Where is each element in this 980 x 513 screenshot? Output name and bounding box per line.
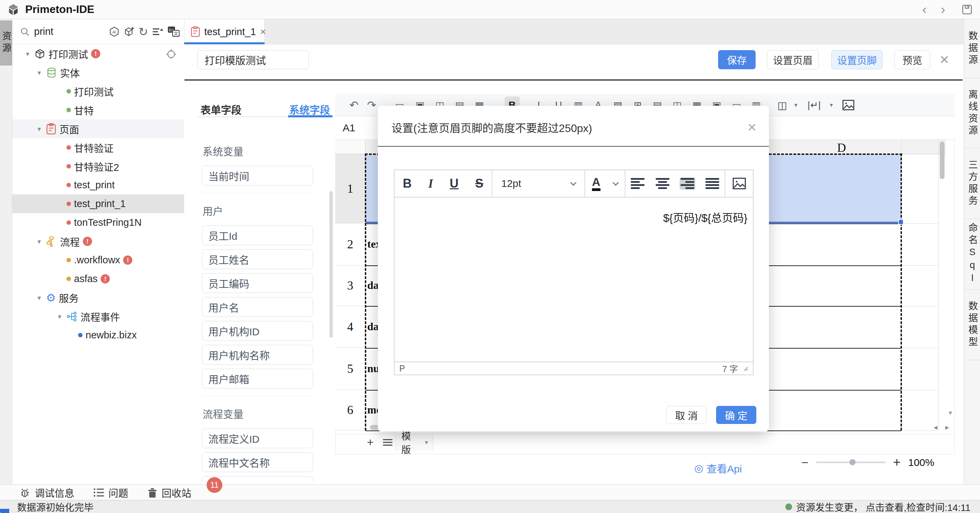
scroll-down-icon[interactable]: ▾ [949, 409, 952, 417]
tree-item-newbiz-bizx[interactable]: newbiz.bizx [12, 326, 184, 344]
tree-caret-icon[interactable]: ▾ [35, 125, 43, 133]
align-center-icon[interactable] [655, 177, 670, 190]
nav-forward-icon[interactable]: › [941, 3, 945, 16]
ai-icon[interactable]: AI [108, 26, 120, 38]
recycle-bin-button[interactable]: 回收站 [147, 485, 191, 500]
insert-image-button[interactable] [725, 170, 753, 197]
align-left-icon[interactable] [630, 177, 646, 190]
grid-corner[interactable] [335, 140, 366, 154]
tree-caret-icon[interactable]: ▾ [24, 50, 31, 58]
tree-item-页面[interactable]: ▾页面 [12, 119, 184, 138]
zoom-slider-knob[interactable] [850, 459, 856, 465]
right-rail-tab-4[interactable]: 数据模型 [964, 290, 980, 360]
align-justify-icon[interactable] [705, 177, 720, 190]
tree-item-打印测试[interactable]: 打印测试 [12, 82, 184, 100]
redo-icon[interactable]: ↷ [364, 94, 379, 116]
tree-item--workflowx[interactable]: .workflowx! [12, 251, 184, 269]
preview-button[interactable]: 预览 [894, 50, 930, 69]
tree-item-打印测试[interactable]: ▾打印测试! [12, 45, 184, 63]
zoom-slider[interactable] [816, 462, 886, 463]
translate-icon[interactable]: En文 [167, 26, 180, 38]
insert-image-icon[interactable] [841, 94, 856, 116]
save-button[interactable]: 保存 [718, 50, 756, 69]
field-pill[interactable]: 用户名 [202, 297, 313, 317]
tree-item-甘特验证2[interactable]: 甘特验证2 [12, 157, 184, 176]
locate-icon[interactable] [166, 49, 177, 60]
scroll-left-icon[interactable]: ◂ [934, 423, 937, 432]
right-rail-tab-0[interactable]: 数据源 [964, 19, 980, 78]
tree-caret-icon[interactable]: ▾ [35, 69, 43, 77]
chevron-down-icon[interactable]: ▾ [824, 94, 839, 116]
row-header-3[interactable]: 3 [335, 265, 366, 306]
row-header-5[interactable]: 5 [335, 348, 366, 390]
field-pill[interactable]: 当前时间 [202, 166, 313, 186]
italic-icon[interactable]: I [428, 176, 433, 191]
row-header-4[interactable]: 4 [335, 306, 366, 348]
refresh-icon[interactable]: ↻ [138, 25, 148, 38]
tree-item-asfas[interactable]: asfas! [12, 269, 184, 288]
sheet-tab-template[interactable]: 模版 ▾ [395, 434, 433, 451]
tree-item-实体[interactable]: ▾实体 [12, 63, 184, 82]
add-sheet-icon[interactable]: + [367, 436, 374, 449]
tree-item-甘特[interactable]: 甘特 [12, 100, 184, 119]
search-input[interactable] [33, 25, 102, 38]
merge-cells-icon[interactable]: ◫ [775, 94, 790, 116]
debug-info-button[interactable]: 调试信息 [20, 485, 74, 500]
sheet-list-icon[interactable] [383, 438, 393, 446]
tree-item-test_print[interactable]: test_print [12, 176, 184, 194]
scroll-right-icon[interactable]: ▸ [945, 423, 949, 432]
wrap-text-icon[interactable]: |↵| [807, 94, 822, 116]
right-rail-tab-3[interactable]: 命名Sql [964, 219, 980, 290]
set-footer-button[interactable]: 设置页脚 [831, 50, 883, 69]
field-pill[interactable]: 用户机构ID [202, 321, 313, 341]
selection-fill-handle[interactable] [898, 219, 904, 225]
tree-caret-icon[interactable]: ▾ [35, 294, 43, 302]
chevron-down-icon[interactable]: ▾ [788, 94, 803, 116]
tree-item-tonTestPring1N[interactable]: tonTestPring1N [12, 213, 184, 232]
dialog-close-icon[interactable]: × [748, 120, 756, 135]
tab-system-fields[interactable]: 系统字段 [289, 102, 330, 117]
tree-item-流程[interactable]: ▾流程! [12, 232, 184, 251]
zoom-out-icon[interactable]: − [801, 456, 808, 470]
row-header-6[interactable]: 6 [335, 390, 366, 430]
tab-form-fields[interactable]: 表单字段 [200, 102, 242, 117]
field-pill[interactable]: 用户机构名称 [202, 345, 313, 365]
strikethrough-icon[interactable]: S [475, 176, 484, 191]
tree-item-流程事件[interactable]: ▾流程事件 [12, 307, 184, 326]
field-pill[interactable]: 员工Id [202, 225, 313, 245]
row-header-2[interactable]: 2 [335, 223, 366, 265]
tab-close-icon[interactable]: × [260, 26, 266, 38]
bold-icon[interactable]: B [403, 176, 412, 191]
status-right[interactable]: 资源发生变更， 点击查看,检查时间:14:11 [785, 500, 970, 513]
zoom-in-icon[interactable]: + [893, 455, 900, 470]
cell-name-box[interactable]: A1 [343, 122, 355, 134]
underline-icon[interactable]: U [450, 176, 459, 191]
resize-handle-icon[interactable] [743, 366, 748, 371]
tree-item-test_print_1[interactable]: test_print_1 [12, 194, 184, 213]
tab-test-print-1[interactable]: test_print_1 × [184, 19, 265, 45]
fields-scrollbar[interactable] [329, 191, 333, 338]
field-pill[interactable]: 员工姓名 [202, 249, 313, 269]
sheet-vertical-scrollbar[interactable] [940, 142, 945, 179]
undo-icon[interactable]: ↶ [347, 94, 361, 116]
right-rail-tab-2[interactable]: 三方服务 [964, 148, 980, 219]
right-rail-tab-1[interactable]: 离线资源 [964, 78, 980, 148]
rail-tab-resources[interactable]: 资源 [0, 21, 12, 65]
row-header-1[interactable]: 1 [335, 154, 366, 223]
problems-button[interactable]: 问题 11 [94, 485, 128, 500]
tree-caret-icon[interactable]: ▾ [56, 312, 64, 320]
field-pill[interactable]: 用户邮箱 [202, 369, 313, 389]
field-pill[interactable]: 流程定义ID [202, 429, 313, 448]
tree-item-服务[interactable]: ▾⚙服务 [12, 288, 184, 307]
sort-list-icon[interactable] [152, 27, 164, 37]
cube-add-icon[interactable] [123, 26, 135, 38]
cell-text-fragment[interactable]: da [367, 279, 379, 292]
tree-item-甘特验证[interactable]: 甘特验证 [12, 138, 184, 157]
save-workspace-icon[interactable] [961, 3, 973, 16]
tree-caret-icon[interactable]: ▾ [35, 237, 43, 245]
set-header-button[interactable]: 设置页眉 [767, 50, 819, 69]
editor-content[interactable]: ${页码}/${总页码} [395, 198, 753, 363]
field-pill[interactable]: 流程中文名称 [202, 452, 313, 472]
cancel-button[interactable]: 取 消 [666, 406, 706, 424]
cell-text-fragment[interactable]: da [367, 320, 379, 333]
